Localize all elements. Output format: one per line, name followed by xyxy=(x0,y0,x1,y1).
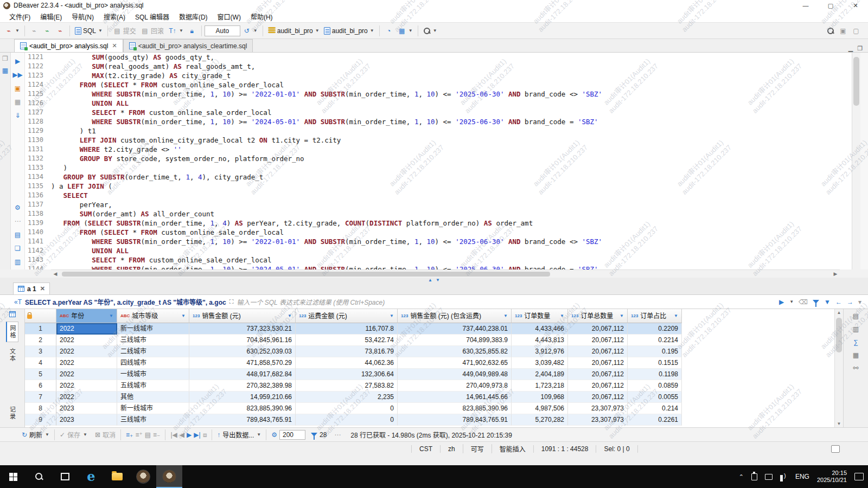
grid-cell[interactable]: 14,961,445.66 xyxy=(398,391,512,403)
table-row[interactable]: 62022五线城市270,382,389.9827,583.82270,409,… xyxy=(25,380,834,391)
code-line[interactable]: 1123 MAX(t2.city_grade) AS city_grade_t xyxy=(25,71,852,80)
reconnect-button[interactable]: ⌁ xyxy=(41,25,54,36)
history-back-icon[interactable]: ← xyxy=(835,298,842,306)
filter-input[interactable]: 输入一个 SQL 表达式来过滤结果 (使用 Ctrl+Space) xyxy=(237,297,779,306)
grid-cell[interactable]: 704,845,961.16 xyxy=(189,335,296,346)
column-dropdown-icon[interactable]: ▼ xyxy=(288,311,292,322)
grid-cell[interactable]: 448,917,682.84 xyxy=(189,369,296,380)
code-line[interactable]: 1131 WHERE t2.city_grade <> '' xyxy=(25,145,852,154)
grid-cell[interactable]: 0.2209 xyxy=(628,323,682,335)
code-line[interactable]: 1136 SELECT xyxy=(25,191,852,200)
grid-cell[interactable]: 20,067,112 xyxy=(568,335,628,346)
grid-cell[interactable]: 2022 xyxy=(56,335,117,346)
fetch-settings-gear-icon[interactable]: ⚙ xyxy=(271,431,277,439)
taskbar-search-button[interactable] xyxy=(26,465,52,488)
code-line[interactable]: 1137 perYear, xyxy=(25,200,852,209)
panel-menu-icon[interactable]: ▾ xyxy=(858,298,861,306)
lock-button[interactable]: 🔒︎ xyxy=(186,25,199,36)
export-dropdown-icon[interactable]: ▼ xyxy=(257,432,261,437)
calc-panel-icon[interactable]: ∑ xyxy=(853,338,858,346)
sash-up-icon[interactable]: ▲ xyxy=(428,278,432,282)
grid-cell[interactable]: 2023 xyxy=(56,414,117,426)
grid-cell[interactable]: 0.2214 xyxy=(628,335,682,346)
grid-corner-cell[interactable] xyxy=(25,309,56,323)
grid-cell[interactable]: 109,968 xyxy=(512,391,568,403)
code-line[interactable]: 1128 WHERE SUBSTR(min_order_time, 1, 10)… xyxy=(25,117,852,126)
grid-cell[interactable]: 1,723,218 xyxy=(512,380,568,391)
code-line[interactable]: 1124 FROM (SELECT * FROM custom_online_s… xyxy=(25,80,852,89)
column-header-0[interactable]: ABC年份▼ xyxy=(56,309,117,323)
code-line[interactable]: 1140 FROM (SELECT * FROM custom_online_s… xyxy=(25,228,852,237)
row-number-cell[interactable]: 7 xyxy=(25,391,56,403)
grid-cell[interactable]: 0.1198 xyxy=(628,369,682,380)
code-line[interactable]: 1134 GROUP BY SUBSTR(order_time_t, 1, 4)… xyxy=(25,172,852,182)
grid-cell[interactable]: 0.214 xyxy=(628,403,682,414)
new-connection-button[interactable]: ⌁▼ xyxy=(2,25,22,36)
column-header-6[interactable]: 123订单总数量▼ xyxy=(568,309,628,323)
apply-filter-play-icon[interactable]: ▶ xyxy=(779,298,784,306)
compare-button[interactable]: ▦▼ xyxy=(395,25,415,36)
column-header-5[interactable]: 123订单数量▼ xyxy=(512,309,568,323)
grid-cell[interactable]: 53,422.74 xyxy=(296,335,398,346)
refresh-dropdown-icon[interactable]: ▼ xyxy=(45,432,49,437)
column-dropdown-icon[interactable]: ▼ xyxy=(620,311,624,322)
open-file-icon[interactable]: ❏ xyxy=(13,244,23,253)
maximize-view-icon[interactable]: ❐ xyxy=(857,45,863,52)
editor-settings-gear-icon[interactable]: ⚙ xyxy=(13,203,23,212)
results-tab-close-icon[interactable]: ✕ xyxy=(40,285,45,292)
column-header-4[interactable]: 123销售金额 (元) (包含运费)▼ xyxy=(398,309,512,323)
row-number-cell[interactable]: 3 xyxy=(25,346,56,357)
grid-cell[interactable]: 4,443,813 xyxy=(512,335,568,346)
editor-vertical-scrollbar[interactable] xyxy=(852,53,860,269)
table-row[interactable]: 42022四线城市471,858,570.2944,062.36471,902,… xyxy=(25,357,834,369)
history-forward-icon[interactable]: → xyxy=(847,298,853,306)
last-page-icon[interactable]: ▶| xyxy=(194,431,200,439)
grid-cell[interactable]: 4,987,506 xyxy=(512,403,568,414)
row-number-cell[interactable]: 1 xyxy=(25,323,56,335)
save-button[interactable]: 保存 xyxy=(67,430,80,439)
menu-item-4[interactable]: SQL 编辑器 xyxy=(130,12,174,21)
restore-panel-icon[interactable]: ❐ xyxy=(2,55,8,62)
cancel-button[interactable]: 取消 xyxy=(103,430,116,439)
grid-cell[interactable]: 0.0859 xyxy=(628,380,682,391)
grid-cell[interactable]: 一线城市 xyxy=(117,369,189,380)
menu-item-7[interactable]: 帮助(H) xyxy=(246,12,278,21)
fetch-size-input[interactable]: 200 xyxy=(279,430,305,440)
clear-filter-icon[interactable]: ⌫ xyxy=(799,298,808,306)
start-button[interactable] xyxy=(0,465,26,488)
table-row[interactable]: 92023三线城市789,843,765.910789,843,765.915,… xyxy=(25,414,834,426)
minimize-view-icon[interactable]: ▁ xyxy=(848,45,853,52)
grid-cell[interactable]: 4,433,466 xyxy=(512,323,568,335)
editor-results-sash[interactable]: ▲ ▼ xyxy=(0,278,868,282)
code-line[interactable]: 1138 SUM(order_amt) AS all_order_count xyxy=(25,209,852,219)
filter-settings-icon[interactable]: ▼ xyxy=(824,298,831,306)
perspective-button[interactable]: ▣ xyxy=(837,25,850,36)
code-line[interactable]: 1139 FROM (SELECT SUBSTR(min_order_time,… xyxy=(25,219,852,228)
grid-cell[interactable]: 823,885,390.96 xyxy=(189,403,296,414)
column-dropdown-icon[interactable]: ▼ xyxy=(390,311,394,322)
grid-cell[interactable]: 630,325,855.82 xyxy=(398,346,512,357)
row-number-cell[interactable]: 6 xyxy=(25,380,56,391)
toolbar-overflow-icon[interactable]: ⋯ xyxy=(334,431,341,439)
grouping-panel-icon[interactable]: ▦ xyxy=(853,351,859,359)
editor-tab-analysis-cleartime[interactable]: <audit_bi_pro> analysis_cleartime.sql xyxy=(123,39,253,52)
code-line[interactable]: 1125 WHERE SUBSTR(min_order_time, 1, 10)… xyxy=(25,89,852,99)
network-icon[interactable] xyxy=(765,474,773,480)
grid-cell[interactable]: 471,902,632.65 xyxy=(398,357,512,369)
column-header-3[interactable]: 123运费金额 (元)▼ xyxy=(296,309,398,323)
grid-cell[interactable]: 20,067,112 xyxy=(568,369,628,380)
grid-cell[interactable]: 五线城市 xyxy=(117,380,189,391)
side-tab-record[interactable]: 记录 xyxy=(7,403,18,423)
new-sql-icon[interactable]: ▤ xyxy=(13,230,23,239)
grid-cell[interactable]: 14,959,210.66 xyxy=(189,391,296,403)
next-page-icon[interactable]: ▶ xyxy=(187,431,192,439)
grid-cell[interactable]: 44,062.36 xyxy=(296,357,398,369)
row-number-cell[interactable]: 2 xyxy=(25,335,56,346)
editor-overflow-icon[interactable]: ⋯ xyxy=(13,217,23,226)
grid-cell[interactable]: 0.0055 xyxy=(628,391,682,403)
rollback-button[interactable]: ▤回滚 xyxy=(138,25,166,36)
code-line[interactable]: 1135) a LEFT JOIN ( xyxy=(25,182,852,191)
code-line[interactable]: 1122 SUM(real_goods_amt) AS real_goods_a… xyxy=(25,62,852,71)
db-navigator-icon[interactable]: ▦ xyxy=(2,67,8,74)
table-row[interactable]: 22022三线城市704,845,961.1653,422.74704,899,… xyxy=(25,335,834,346)
